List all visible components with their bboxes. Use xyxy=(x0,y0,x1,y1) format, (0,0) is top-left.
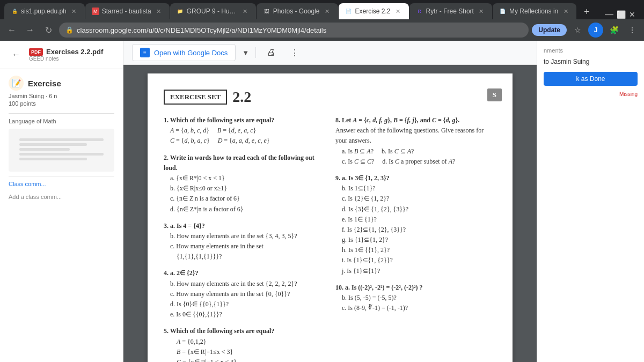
nav-bar: ← → ↻ 🔒 classroom.google.com/u/0/c/NDE1M… xyxy=(0,19,644,41)
toolbar-separator xyxy=(255,47,256,58)
right-panel: nments to Jasmin Suing k as Done Missing xyxy=(537,41,644,362)
tab-bar: 🔒 sis1.pup.edu.ph ✕ M Starred - bautista… xyxy=(0,0,644,19)
question-9: 9. a. Is 3∈ {1, 2, 3}? b. Is 1⊆{1}? c. I… xyxy=(335,173,496,276)
tab-title-sis1: sis1.pup.edu.ph xyxy=(21,8,67,15)
pdf-page: EXERCISE SET 2.2 1. Which of the followi… xyxy=(148,73,513,362)
q9-opt-g: g. Is {1}⊆{1, 2}? xyxy=(342,235,496,245)
q2-opt-a: a. {x∈ R*|0 < x < 1} xyxy=(170,173,325,183)
sidebar-header: ← PDF Exercises 2.2.pdf GEED notes xyxy=(0,41,123,69)
address-text: classroom.google.com/u/0/c/NDE1MDI5OTcyM… xyxy=(77,26,326,34)
address-bar[interactable]: 🔒 classroom.google.com/u/0/c/NDE1MDI5OTc… xyxy=(59,23,529,38)
tab-close-rytr[interactable]: ✕ xyxy=(477,7,486,16)
update-button[interactable]: Update xyxy=(532,24,567,36)
tab-favicon-sis1: 🔒 xyxy=(11,8,18,15)
q10-opt-c: c. Is (8-9, ∛-1) = (-1, -1)? xyxy=(342,303,496,313)
menu-icon[interactable]: ⋮ xyxy=(625,23,640,38)
q2-opt-b: b. {x∈ R|x≤0 or x≥1} xyxy=(170,183,325,194)
q4-opt-e: e. Is 0∈ {{0},{1}}? xyxy=(170,309,325,320)
q8-opt-a: a. Is B ⊆ A? b. Is C ⊆ A? xyxy=(342,146,496,157)
tab-favicon-exercise: 📄 xyxy=(345,8,353,15)
q1-number: 1. Which of the following sets are equal… xyxy=(164,116,274,124)
new-tab-button[interactable]: + xyxy=(579,4,594,19)
q10-number: 10. a. Is ((-2)², -2²) = (-2², (-2)²) ? xyxy=(335,284,423,291)
q9-opt-e: e. Is 1∈ {1}? xyxy=(342,215,496,225)
q5-opt-a: A = {0,1,2} xyxy=(177,337,325,347)
missing-badge: Missing xyxy=(544,91,638,97)
close-window-icon[interactable]: ✕ xyxy=(629,10,635,19)
q3-opt-c: c. How many elements are in the set xyxy=(170,241,325,252)
class-comments-link[interactable]: Class comm... xyxy=(0,176,123,191)
more-options-button[interactable]: ⋮ xyxy=(286,44,303,61)
language-section-title: Language of Math xyxy=(9,118,114,124)
missing-section: Missing xyxy=(544,90,638,97)
tab-photos[interactable]: 🖼 Photos - Google ✕ xyxy=(257,3,338,19)
q4-opt-d: d. Is {0}∈ {{0},{1}}? xyxy=(170,299,325,309)
q9-opt-b: b. Is 1⊆{1}? xyxy=(342,183,496,194)
tab-favicon-group9: 📁 xyxy=(177,8,184,15)
tab-title-group9: GROUP 9 - Huma xyxy=(187,8,238,15)
tab-close-reflections[interactable]: ✕ xyxy=(561,7,570,16)
forward-button[interactable]: → xyxy=(23,23,38,38)
lock-icon: 🔒 xyxy=(65,26,74,34)
sidebar-back-button[interactable]: ← xyxy=(9,47,24,62)
reload-button[interactable]: ↻ xyxy=(41,23,56,38)
tab-title-reflections: My Reflections in xyxy=(509,8,558,15)
q10-opt-b: b. Is (5, -5) = (-5, 5)? xyxy=(342,293,496,303)
preview-line-2 xyxy=(19,143,87,146)
tab-close-starred[interactable]: ✕ xyxy=(155,7,163,16)
exercise-meta: Jasmin Suing · 6 n xyxy=(9,93,114,99)
sidebar: ← PDF Exercises 2.2.pdf GEED notes 📝 Exe… xyxy=(0,41,123,362)
tab-rytr[interactable]: R Rytr - Free Short ✕ xyxy=(409,3,492,19)
minimize-icon[interactable]: — xyxy=(605,10,613,19)
pdf-badge: PDF xyxy=(29,48,43,56)
extensions-icon[interactable]: 🧩 xyxy=(606,23,621,38)
exercise-set-number: 2.2 xyxy=(232,88,251,106)
pdf-area: ≡ Open with Google Docs ▼ 🖨 ⋮ EXERCISE S… xyxy=(123,41,537,362)
preview-line-1 xyxy=(19,138,104,141)
comments-section-title: nments xyxy=(544,47,638,54)
tab-favicon-photos: 🖼 xyxy=(263,8,270,15)
language-section: Language of Math xyxy=(0,114,123,176)
mark-done-button[interactable]: k as Done xyxy=(544,72,638,86)
q5-opt-b: B = {x∈ R|−1≤x < 3} xyxy=(177,347,325,357)
q9-number: 9. a. Is 3∈ {1, 2, 3}? xyxy=(335,174,390,182)
q5-number: 5. Which of the following sets are equal… xyxy=(164,327,274,335)
question-4: 4. a. 2∈ {2}? b. How many elements are i… xyxy=(164,268,325,320)
restore-icon[interactable]: ⬜ xyxy=(617,10,626,19)
print-button[interactable]: 🖨 xyxy=(262,44,280,61)
question-1: 1. Which of the following sets are equal… xyxy=(164,115,325,146)
tab-close-sis1[interactable]: ✕ xyxy=(70,7,78,16)
profile-icon[interactable]: J xyxy=(588,23,603,38)
q8-number: 8. Let A = {c, d, f, g}, B = {f, j}, and… xyxy=(335,116,459,124)
bookmark-icon[interactable]: ☆ xyxy=(570,23,585,38)
pdf-content[interactable]: EXERCISE SET 2.2 1. Which of the followi… xyxy=(123,65,537,362)
tab-title-photos: Photos - Google xyxy=(273,8,320,15)
q8-opt-c: c. Is C ⊆ C? d. Is C a proper subset of … xyxy=(342,157,496,167)
open-docs-label: Open with Google Docs xyxy=(154,49,228,57)
tab-close-exercise[interactable]: ✕ xyxy=(394,7,402,16)
pdf-left-column: 1. Which of the following sets are equal… xyxy=(164,115,325,362)
question-2: 2. Write in words how to read each of th… xyxy=(164,153,325,215)
tab-exercise[interactable]: 📄 Exercise 2.2 ✕ xyxy=(339,3,409,19)
question-3: 3. a. Is 4 = {4}? b. How many elements a… xyxy=(164,221,325,262)
open-with-docs-button[interactable]: ≡ Open with Google Docs xyxy=(132,44,236,61)
tab-reflections[interactable]: 📄 My Reflections in ✕ xyxy=(493,3,576,19)
tab-starred[interactable]: M Starred - bautista ✕ xyxy=(85,3,170,19)
pdf-right-column: 8. Let A = {c, d, f, g}, B = {f, j}, and… xyxy=(335,115,496,362)
toolbar-dropdown-icon[interactable]: ▼ xyxy=(242,49,249,57)
file-title: Exercises 2.2.pdf xyxy=(46,48,103,56)
add-class-comment-link[interactable]: Add a class comm... xyxy=(0,191,123,202)
tab-close-photos[interactable]: ✕ xyxy=(323,7,332,16)
tab-group9[interactable]: 📁 GROUP 9 - Huma ✕ xyxy=(170,3,256,19)
q9-opt-j: j. Is {1}⊆{1}? xyxy=(342,266,496,276)
tab-sis1[interactable]: 🔒 sis1.pup.edu.ph ✕ xyxy=(4,3,85,19)
comment-recipient: to Jasmin Suing xyxy=(544,58,638,65)
exercise-icon: 📝 xyxy=(9,76,24,91)
tab-close-group9[interactable]: ✕ xyxy=(241,7,250,16)
q2-opt-c: c. {n∈ Z|n is a factor of 6} xyxy=(170,194,325,204)
pdf-toolbar: ≡ Open with Google Docs ▼ 🖨 ⋮ xyxy=(123,41,537,65)
back-button[interactable]: ← xyxy=(4,23,19,38)
q5-opt-c: C = {x∈ R|−1 < x < 3} xyxy=(177,357,325,362)
tab-title-exercise: Exercise 2.2 xyxy=(355,8,391,15)
exercise-title: Exercise xyxy=(28,79,61,88)
